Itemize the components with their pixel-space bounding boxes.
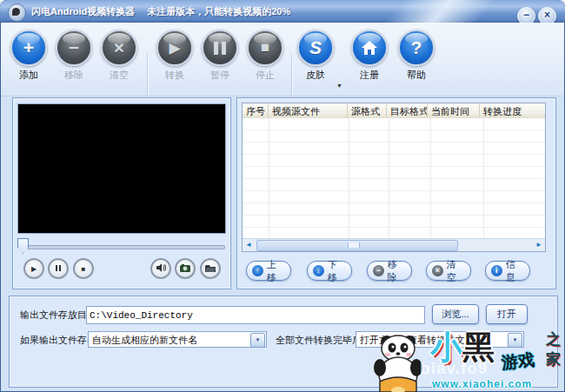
clear-list-button[interactable]: × 清空	[426, 261, 471, 281]
minus-icon: −	[57, 31, 90, 64]
x-icon: ×	[432, 265, 443, 276]
column-header-index[interactable]: 序号	[243, 103, 269, 118]
stop-icon: ■	[249, 31, 282, 64]
column-gridline	[349, 118, 349, 239]
info-icon: i	[491, 265, 502, 276]
column-gridline	[483, 118, 484, 239]
after-convert-dropdown[interactable]: 打开文件夹查看转换的文件 ▼	[356, 331, 524, 348]
move-up-button[interactable]: ↑ 上移	[246, 261, 291, 281]
app-icon[interactable]	[8, 3, 26, 22]
app-icon-glyph	[12, 8, 20, 16]
scroll-right-arrow-icon[interactable]: ►	[533, 239, 545, 250]
stop-button[interactable]: ■ 停止	[246, 30, 284, 82]
pause-icon	[203, 31, 236, 64]
column-gridline	[389, 118, 389, 239]
toolbar-separator	[291, 54, 293, 99]
question-icon: ?	[400, 31, 433, 64]
down-arrow-icon: ↓	[313, 265, 324, 276]
column-header-source-file[interactable]: 视频源文件	[269, 103, 348, 118]
conversion-queue-table: 序号 视频源文件 源格式 目标格式 当前时间 转换进度 ◄ ►	[242, 103, 546, 252]
main-toolbar: + 添加 − 移除 × 清空 ▶ 转换 暂停 ■ 停止 S 皮肤 ▼	[1, 23, 564, 96]
snapshot-button[interactable]	[175, 258, 196, 279]
pause-icon	[55, 265, 62, 273]
register-button[interactable]: 注册	[350, 30, 389, 82]
open-file-button[interactable]	[200, 258, 221, 279]
x-icon: ×	[103, 31, 136, 64]
preview-stop-button[interactable]: ■	[73, 258, 94, 279]
queue-panel: 序号 视频源文件 源格式 目标格式 当前时间 转换进度 ◄ ► ↑ 上移	[236, 97, 556, 289]
move-down-button[interactable]: ↓ 下移	[307, 261, 352, 281]
pause-button[interactable]: 暂停	[201, 30, 239, 82]
plus-icon: +	[12, 31, 45, 64]
unregistered-notice: 未注册版本，只能转换视频的20%	[147, 6, 290, 17]
preview-pause-button[interactable]	[48, 258, 69, 279]
remove-button[interactable]: − 移除	[55, 30, 93, 82]
info-button[interactable]: i 信息	[485, 261, 530, 281]
open-folder-button[interactable]: 打开	[486, 304, 528, 324]
browse-button[interactable]: 浏览...	[432, 304, 479, 324]
play-icon: ▶	[158, 31, 191, 64]
clear-button[interactable]: × 清空	[100, 30, 138, 82]
remove-item-button[interactable]: − 移除	[367, 261, 412, 281]
convert-button[interactable]: ▶ 转换	[156, 30, 194, 82]
output-dir-input[interactable]	[86, 306, 425, 324]
up-arrow-icon: ↑	[252, 265, 263, 276]
column-gridline	[430, 118, 431, 239]
scrollbar-thumb[interactable]	[256, 240, 458, 251]
minus-icon: −	[373, 265, 384, 276]
play-icon: ▶	[31, 265, 37, 273]
dropdown-arrow-icon: ▼	[508, 333, 522, 348]
camera-icon	[180, 264, 190, 274]
scrollbar-grip	[348, 243, 360, 248]
speaker-icon	[156, 263, 166, 274]
stop-icon: ■	[82, 265, 86, 273]
column-gridline	[269, 118, 269, 239]
folder-icon	[205, 264, 216, 274]
add-button[interactable]: + 添加	[10, 30, 48, 82]
toolbar-separator	[147, 54, 149, 99]
output-settings-panel: 输出文件存放目录： 浏览... 打开 如果输出文件存在： 自动生成相应的新文件名…	[9, 296, 558, 388]
column-header-progress[interactable]: 转换进度	[480, 103, 545, 118]
help-button[interactable]: ? 帮助	[397, 30, 435, 82]
volume-button[interactable]	[150, 258, 171, 279]
video-preview-area	[17, 103, 226, 234]
window-title: 闪电Android视频转换器未注册版本，只能转换视频的20%	[31, 5, 290, 18]
skin-s-icon: S	[299, 31, 332, 64]
horizontal-scrollbar: ◄ ►	[243, 238, 545, 251]
column-header-current-time[interactable]: 当前时间	[428, 103, 480, 118]
dropdown-arrow-icon: ▼	[250, 333, 265, 348]
scroll-left-arrow-icon[interactable]: ◄	[243, 239, 255, 250]
home-icon	[353, 31, 386, 64]
preview-play-button[interactable]: ▶	[23, 258, 44, 279]
seek-slider-thumb[interactable]	[17, 238, 29, 254]
title-bar: 闪电Android视频转换器未注册版本，只能转换视频的20% − ×	[0, 0, 565, 23]
preview-panel: ▶ ■	[12, 97, 231, 289]
column-header-source-format[interactable]: 源格式	[348, 103, 387, 118]
if-exists-dropdown[interactable]: 自动生成相应的新文件名 ▼	[88, 331, 267, 348]
skin-dropdown-arrow-icon[interactable]: ▼	[336, 83, 342, 89]
table-header-row: 序号 视频源文件 源格式 目标格式 当前时间 转换进度	[243, 103, 545, 119]
seek-slider-track[interactable]	[18, 245, 225, 249]
table-body-empty	[243, 118, 545, 239]
app-title: 闪电Android视频转换器	[31, 6, 135, 17]
column-header-target-format[interactable]: 目标格式	[387, 103, 428, 118]
app-window: 闪电Android视频转换器未注册版本，只能转换视频的20% − × + 添加 …	[0, 0, 565, 392]
skin-button[interactable]: S 皮肤	[296, 30, 335, 82]
